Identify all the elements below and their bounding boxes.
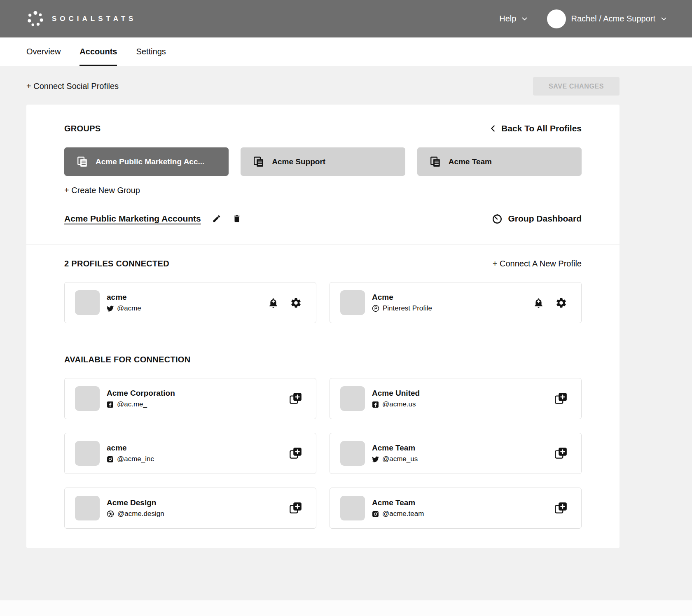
available-heading: AVAILABLE FOR CONNECTION xyxy=(64,355,190,364)
back-link-label: Back To All Profiles xyxy=(501,124,582,133)
profile-name: Acme Corporation xyxy=(107,389,175,398)
action-row: + Connect Social Profiles SAVE CHANGES xyxy=(26,66,620,105)
twitter-icon xyxy=(107,305,114,312)
stopwatch-icon xyxy=(492,213,503,224)
profile-handle: @acme_inc xyxy=(117,455,154,463)
group-chip-label: Acme Public Marketing Acc... xyxy=(96,157,204,166)
profile-avatar xyxy=(75,386,100,411)
available-profile-card: Acme Design @acme.design xyxy=(64,488,316,529)
page-bottom-edge xyxy=(0,600,692,616)
profile-handle: @ac.me_ xyxy=(117,400,147,408)
connect-new-profile-link[interactable]: + Connect A New Profile xyxy=(493,259,582,268)
profile-name: Acme United xyxy=(372,389,420,398)
twitter-icon xyxy=(372,456,379,463)
profile-handle: @acme.design xyxy=(117,510,164,518)
facebook-icon xyxy=(107,401,114,408)
profile-avatar xyxy=(75,496,100,520)
dribbble-icon xyxy=(107,510,114,518)
profile-handle: Pinterest Profile xyxy=(383,304,432,313)
profile-handle: @acme.team xyxy=(382,510,424,518)
connect-social-profiles-link[interactable]: + Connect Social Profiles xyxy=(26,82,119,91)
chevron-down-icon xyxy=(521,15,528,22)
notification-add-bell-icon[interactable] xyxy=(533,297,544,308)
group-chip-acme-team[interactable]: Acme Team xyxy=(417,147,582,176)
back-to-all-profiles-link[interactable]: Back To All Profiles xyxy=(489,124,582,133)
connected-profile-card: acme @acme xyxy=(64,282,316,323)
edit-pencil-icon[interactable] xyxy=(212,214,221,223)
profile-name: Acme Design xyxy=(107,498,164,507)
tab-accounts[interactable]: Accounts xyxy=(79,37,117,66)
available-profile-card: Acme Team @acme.team xyxy=(330,488,582,529)
brand[interactable]: SOCIALSTATS xyxy=(26,10,136,28)
available-section: AVAILABLE FOR CONNECTION Acme Corporatio… xyxy=(26,340,620,548)
group-dashboard-link[interactable]: Group Dashboard xyxy=(492,213,582,224)
profile-handle: @acme_us xyxy=(382,455,418,463)
save-changes-button[interactable]: SAVE CHANGES xyxy=(533,77,620,96)
tab-settings[interactable]: Settings xyxy=(136,37,166,66)
group-chip-acme-support[interactable]: Acme Support xyxy=(241,147,405,176)
group-chips: Acme Public Marketing Acc... Acme Suppor… xyxy=(64,147,582,176)
topbar: SOCIALSTATS Help Rachel / Acme Support xyxy=(0,0,692,37)
connected-profile-card: Acme Pinterest Profile xyxy=(330,282,582,323)
tab-bar: Overview Accounts Settings xyxy=(0,37,692,66)
main-content: + Connect Social Profiles SAVE CHANGES G… xyxy=(26,66,620,548)
settings-gear-icon[interactable] xyxy=(290,297,302,309)
group-dashboard-label: Group Dashboard xyxy=(508,214,582,224)
profile-handle: @acme xyxy=(117,304,141,313)
create-new-group-link[interactable]: + Create New Group xyxy=(64,186,140,195)
instagram-icon xyxy=(107,456,114,463)
profile-name: Acme Team xyxy=(372,443,418,453)
connected-profiles-grid: acme @acme Acme xyxy=(64,282,582,323)
available-profiles-grid: Acme Corporation @ac.me_ Acme United xyxy=(64,378,582,529)
user-menu[interactable]: Rachel / Acme Support xyxy=(547,9,667,28)
add-profile-icon[interactable] xyxy=(290,502,302,514)
profile-avatar xyxy=(340,290,365,315)
available-profile-card: Acme Corporation @ac.me_ xyxy=(64,378,316,419)
settings-gear-icon[interactable] xyxy=(555,297,567,309)
user-avatar xyxy=(547,9,566,28)
profile-name: acme xyxy=(107,443,154,453)
add-profile-icon[interactable] xyxy=(290,392,302,405)
available-profile-card: acme @acme_inc xyxy=(64,433,316,474)
group-chip-label: Acme Support xyxy=(272,157,325,166)
facebook-icon xyxy=(372,401,379,408)
brand-name: SOCIALSTATS xyxy=(52,15,136,23)
delete-trash-icon[interactable] xyxy=(232,214,241,223)
group-title-row: Acme Public Marketing Accounts Group Das… xyxy=(64,213,582,224)
add-profile-icon[interactable] xyxy=(555,447,567,460)
profile-name: Acme xyxy=(372,293,432,302)
profile-name: acme xyxy=(107,293,141,302)
group-stack-icon xyxy=(77,156,88,168)
socialstats-logo-icon xyxy=(26,10,44,28)
accounts-card: GROUPS Back To All Profiles Acme Public … xyxy=(26,105,620,548)
groups-section: GROUPS Back To All Profiles Acme Public … xyxy=(26,105,620,245)
help-label: Help xyxy=(499,14,516,23)
pinterest-icon xyxy=(372,305,379,312)
connected-heading: 2 PROFILES CONNECTED xyxy=(64,259,169,268)
instagram-icon xyxy=(372,511,379,518)
connected-profiles-section: 2 PROFILES CONNECTED + Connect A New Pro… xyxy=(26,245,620,340)
tab-overview[interactable]: Overview xyxy=(26,37,61,66)
profile-avatar xyxy=(340,386,365,411)
available-profile-card: Acme United @acme.us xyxy=(330,378,582,419)
profile-avatar xyxy=(340,496,365,520)
chevron-down-icon xyxy=(660,15,667,22)
user-menu-label: Rachel / Acme Support xyxy=(571,14,655,23)
help-menu[interactable]: Help xyxy=(499,14,528,23)
profile-avatar xyxy=(75,441,100,466)
add-profile-icon[interactable] xyxy=(555,392,567,405)
notification-add-bell-icon[interactable] xyxy=(268,297,279,308)
groups-heading: GROUPS xyxy=(64,124,101,133)
add-profile-icon[interactable] xyxy=(290,447,302,460)
chevron-left-icon xyxy=(489,125,497,132)
profile-handle: @acme.us xyxy=(382,400,416,408)
group-stack-icon xyxy=(430,156,441,168)
profile-avatar xyxy=(340,441,365,466)
group-chip-acme-public-marketing[interactable]: Acme Public Marketing Acc... xyxy=(64,147,229,176)
add-profile-icon[interactable] xyxy=(555,502,567,514)
profile-avatar xyxy=(75,290,100,315)
group-stack-icon xyxy=(253,156,264,168)
topbar-right: Help Rachel / Acme Support xyxy=(499,9,667,28)
group-chip-label: Acme Team xyxy=(449,157,492,166)
selected-group-title[interactable]: Acme Public Marketing Accounts xyxy=(64,214,201,224)
